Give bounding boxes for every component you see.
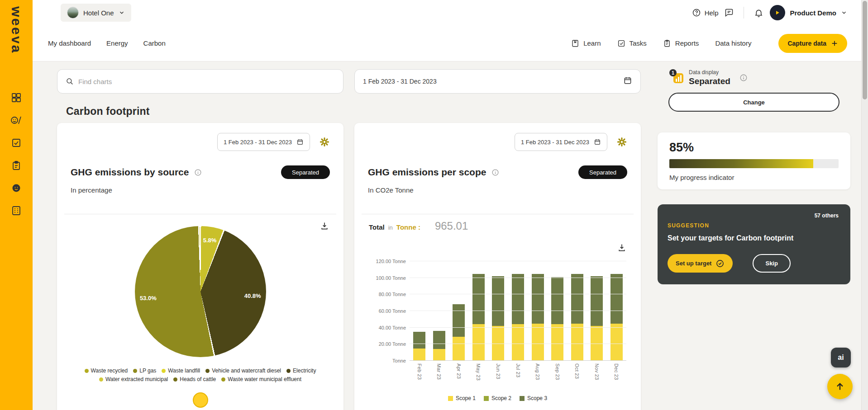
building-icon[interactable] (10, 205, 22, 217)
bar-segment[interactable] (433, 349, 445, 361)
bar-segment[interactable] (551, 277, 563, 325)
legend-item[interactable]: Vehicle and watercraft diesel (205, 368, 281, 374)
gridline (410, 311, 626, 311)
card-date-range-picker[interactable]: 1 Feb 2023 - 31 Dec 2023 (515, 133, 607, 151)
global-date-range-picker[interactable]: 1 Feb 2023 - 31 Dec 2023 (354, 69, 641, 94)
scrollbar-thumb[interactable] (863, 1, 867, 99)
legend-item[interactable]: Scope 3 (520, 395, 547, 401)
bar-segment[interactable] (413, 349, 425, 361)
bar-segment[interactable] (433, 331, 445, 349)
bar-segment[interactable] (571, 324, 583, 361)
change-button[interactable]: Change (668, 93, 839, 112)
gridline (410, 360, 626, 361)
edit-note-icon[interactable] (10, 137, 22, 149)
bar-segment[interactable] (472, 324, 485, 361)
nav-link-label: Tasks (630, 39, 647, 47)
legend-item[interactable]: Scope 1 (448, 395, 476, 401)
bar-segment[interactable] (512, 274, 524, 325)
bar[interactable] (610, 274, 623, 361)
tasks-icon (617, 39, 625, 47)
capture-data-label: Capture data (787, 40, 826, 47)
capture-data-button[interactable]: Capture data (778, 34, 847, 53)
display-mode-pill[interactable]: Separated (281, 165, 330, 179)
bar-segment[interactable] (413, 332, 425, 349)
bar[interactable] (472, 274, 485, 361)
page-scrollbar[interactable] (861, 0, 868, 410)
account-menu[interactable]: Product Demo (770, 5, 847, 20)
info-icon[interactable] (491, 169, 499, 176)
bar-segment[interactable] (512, 324, 524, 361)
scroll-to-top-button[interactable] (827, 374, 853, 399)
bar-segment[interactable] (472, 274, 485, 325)
bar[interactable] (591, 276, 603, 361)
legend-item[interactable]: Waste recycled (85, 368, 128, 374)
legend-item[interactable]: Heads of cattle (173, 376, 216, 382)
bar[interactable] (453, 304, 465, 361)
ai-assistant-button[interactable]: ai (831, 348, 851, 368)
display-mode-pill[interactable]: Separated (578, 165, 627, 179)
chart-settings-gear-icon[interactable] (616, 137, 627, 147)
bar[interactable] (571, 274, 583, 361)
find-charts-search[interactable] (57, 69, 343, 94)
bar[interactable] (433, 331, 445, 361)
tab-my-dashboard[interactable]: My dashboard (48, 39, 91, 47)
info-icon[interactable] (739, 74, 748, 82)
pie-chart[interactable]: 5.8%40.8%53.0% (135, 226, 266, 357)
property-selector[interactable]: Hotel One (61, 4, 131, 22)
top-header: Hotel One Help (33, 0, 868, 25)
page-title: Carbon footprint (66, 105, 641, 118)
card-date-range-value: 1 Feb 2023 - 31 Dec 2023 (224, 139, 292, 146)
bar[interactable] (551, 277, 563, 361)
help-button[interactable]: Help (692, 8, 719, 17)
bar-segment[interactable] (532, 324, 544, 361)
bar-segment[interactable] (571, 274, 583, 324)
set-up-target-button[interactable]: Set up target (668, 254, 733, 273)
nav-link-data-history[interactable]: Data history (715, 39, 751, 47)
download-icon[interactable] (320, 221, 329, 231)
bar[interactable] (492, 276, 504, 361)
chart-settings-gear-icon[interactable] (319, 137, 330, 147)
skip-button[interactable]: Skip (753, 254, 790, 273)
notifications-bell-icon[interactable] (754, 8, 763, 18)
bar-segment[interactable] (591, 276, 603, 326)
tab-carbon[interactable]: Carbon (143, 39, 166, 47)
legend-item[interactable]: Electricity (286, 368, 316, 374)
y-tick: 120.00 Tonne (376, 259, 406, 264)
bar[interactable] (532, 274, 544, 361)
bar-segment[interactable] (610, 274, 623, 324)
content-area: 1 Feb 2023 - 31 Dec 2023 Carbon footprin… (33, 61, 868, 410)
community-icon[interactable] (10, 182, 22, 194)
legend-item[interactable]: Waste water municipal effluent (221, 376, 301, 382)
nav-link-tasks[interactable]: Tasks (617, 39, 647, 47)
bar-segment[interactable] (492, 276, 504, 326)
x-tick: Jun 23 (496, 363, 501, 390)
others-count: 57 others (668, 212, 839, 219)
search-input[interactable] (78, 78, 335, 85)
card-date-range-picker[interactable]: 1 Feb 2023 - 31 Dec 2023 (217, 133, 310, 151)
feedback-icon[interactable] (725, 8, 734, 17)
help-label: Help (705, 9, 719, 17)
total-row: Total in Tonne : 965.01 (368, 220, 627, 232)
legend-item[interactable]: Water extracted municipal (99, 376, 168, 382)
bar-segment[interactable] (453, 337, 465, 361)
legend-item[interactable]: LP gas (133, 368, 156, 374)
tab-energy[interactable]: Energy (106, 39, 128, 47)
info-icon[interactable] (194, 169, 202, 176)
download-icon[interactable] (617, 243, 626, 252)
nav-link-reports[interactable]: Reports (663, 39, 699, 47)
bar[interactable] (512, 274, 524, 361)
satisfaction-icon[interactable] (10, 114, 22, 126)
bar-segment[interactable] (532, 274, 544, 324)
bar-segment[interactable] (610, 324, 623, 361)
feedback-emoji[interactable] (193, 392, 208, 408)
clipboard-icon[interactable] (10, 160, 22, 171)
dashboard-grid-icon[interactable] (10, 92, 22, 104)
bar-segment[interactable] (453, 304, 465, 337)
suggestion-title: Set your targets for Carbon footprint (668, 234, 839, 242)
x-labels: Feb 23Mar 23Apr 23May 23Jun 23Jul 23Aug … (410, 363, 626, 390)
legend-item[interactable]: Waste landfill (162, 368, 200, 374)
bar[interactable] (413, 332, 425, 361)
bar-segment[interactable] (551, 324, 563, 361)
legend-item[interactable]: Scope 2 (484, 395, 511, 401)
nav-link-learn[interactable]: Learn (571, 39, 601, 47)
